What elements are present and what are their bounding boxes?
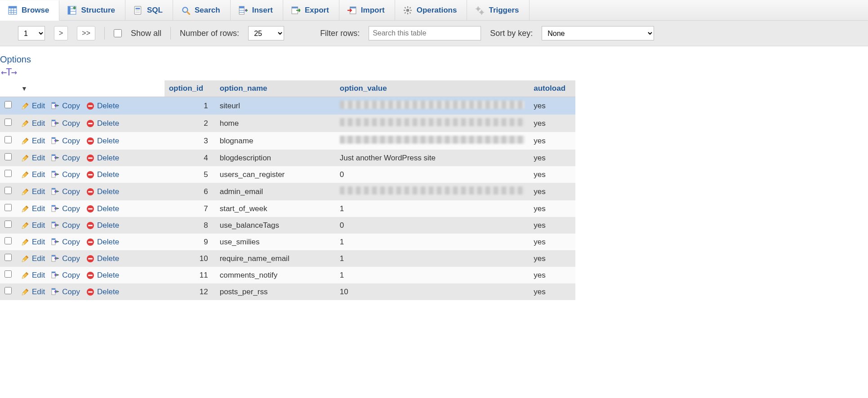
- row-checkbox[interactable]: [4, 237, 12, 244]
- show-all-checkbox[interactable]: [114, 29, 122, 37]
- import-icon: [347, 6, 356, 15]
- cell-autoload: yes: [534, 204, 545, 213]
- row-checkbox[interactable]: [4, 119, 12, 126]
- row-checkbox[interactable]: [4, 170, 12, 177]
- delete-link[interactable]: Delete: [86, 204, 119, 213]
- delete-link[interactable]: Delete: [86, 119, 119, 128]
- edit-link[interactable]: Edit: [21, 238, 45, 247]
- structure-icon: [67, 6, 76, 15]
- delete-link[interactable]: Delete: [86, 287, 119, 296]
- page-next-button[interactable]: >: [54, 26, 68, 40]
- delete-link[interactable]: Delete: [86, 102, 119, 111]
- row-checkbox[interactable]: [4, 204, 12, 211]
- tab-operations[interactable]: Operations: [395, 0, 467, 20]
- delete-link[interactable]: Delete: [86, 254, 119, 263]
- filter-rows-input[interactable]: [369, 26, 481, 40]
- column-option-name[interactable]: option_name: [215, 80, 335, 97]
- tab-import[interactable]: Import: [339, 0, 395, 20]
- copy-link[interactable]: Copy: [51, 119, 80, 128]
- delete-link[interactable]: Delete: [86, 137, 119, 146]
- tab-search[interactable]: Search: [173, 0, 231, 20]
- tab-triggers[interactable]: Triggers: [467, 0, 529, 20]
- tab-export[interactable]: Export: [283, 0, 339, 20]
- cell-option-name: posts_per_rss: [220, 287, 268, 296]
- tab-sql[interactable]: SQL: [125, 0, 173, 20]
- edit-link[interactable]: Edit: [21, 204, 45, 213]
- edit-link[interactable]: Edit: [21, 254, 45, 263]
- widen-columns-icon[interactable]: ←T→: [0, 66, 16, 80]
- delete-link[interactable]: Delete: [86, 170, 119, 179]
- num-rows-select[interactable]: 25: [248, 26, 284, 40]
- delete-link[interactable]: Delete: [86, 221, 119, 230]
- edit-link[interactable]: Edit: [21, 187, 45, 196]
- pencil-icon: [21, 288, 29, 296]
- delete-link[interactable]: Delete: [86, 154, 119, 163]
- edit-link[interactable]: Edit: [21, 102, 45, 111]
- edit-link[interactable]: Edit: [21, 119, 45, 128]
- delete-label: Delete: [97, 137, 119, 146]
- row-checkbox[interactable]: [4, 270, 12, 278]
- sort-caret-icon[interactable]: ▼: [21, 85, 27, 92]
- edit-link[interactable]: Edit: [21, 287, 45, 296]
- top-tabs: BrowseStructureSQLSearchInsertExportImpo…: [0, 0, 868, 21]
- copy-link[interactable]: Copy: [51, 271, 80, 280]
- copy-link[interactable]: Copy: [51, 187, 80, 196]
- tab-structure[interactable]: Structure: [59, 0, 125, 20]
- pencil-icon: [21, 137, 29, 145]
- row-checkbox[interactable]: [4, 153, 12, 160]
- edit-link[interactable]: Edit: [21, 221, 45, 230]
- sort-by-key-select[interactable]: None: [542, 26, 654, 40]
- cell-option-name: admin_email: [220, 187, 263, 196]
- pencil-icon: [21, 119, 29, 128]
- row-checkbox[interactable]: [4, 187, 12, 194]
- edit-link[interactable]: Edit: [21, 170, 45, 179]
- column-autoload[interactable]: autoload: [529, 80, 575, 97]
- cell-option-name: users_can_register: [220, 170, 285, 179]
- tab-insert[interactable]: Insert: [231, 0, 283, 20]
- copy-link[interactable]: Copy: [51, 287, 80, 296]
- copy-link[interactable]: Copy: [51, 204, 80, 213]
- redacted-value: [340, 118, 525, 126]
- copy-label: Copy: [62, 102, 80, 111]
- row-checkbox[interactable]: [4, 136, 12, 143]
- edit-link[interactable]: Edit: [21, 271, 45, 280]
- tab-label: SQL: [147, 6, 163, 15]
- copy-link[interactable]: Copy: [51, 254, 80, 263]
- page-select[interactable]: 1: [18, 26, 45, 40]
- row-checkbox[interactable]: [4, 254, 12, 261]
- copy-link[interactable]: Copy: [51, 102, 80, 111]
- edit-link[interactable]: Edit: [21, 154, 45, 163]
- tab-label: Import: [361, 6, 385, 15]
- edit-label: Edit: [32, 238, 45, 247]
- copy-link[interactable]: Copy: [51, 238, 80, 247]
- row-checkbox[interactable]: [4, 221, 12, 228]
- row-checkbox[interactable]: [4, 101, 12, 108]
- pencil-icon: [21, 102, 29, 110]
- copy-icon: [51, 154, 59, 162]
- edit-label: Edit: [32, 102, 45, 111]
- cell-autoload: yes: [534, 154, 545, 162]
- copy-link[interactable]: Copy: [51, 137, 80, 146]
- tab-label: Export: [305, 6, 329, 15]
- delete-link[interactable]: Delete: [86, 271, 119, 280]
- cell-option-id: 11: [200, 271, 208, 279]
- cell-autoload: yes: [534, 238, 545, 246]
- options-link[interactable]: Options: [0, 46, 868, 66]
- delete-link[interactable]: Delete: [86, 238, 119, 247]
- results-table: ▼ option_id option_name option_value aut…: [0, 80, 575, 300]
- delete-icon: [86, 271, 94, 279]
- column-option-id[interactable]: option_id: [165, 80, 215, 97]
- delete-icon: [86, 288, 94, 296]
- delete-link[interactable]: Delete: [86, 187, 119, 196]
- edit-link[interactable]: Edit: [21, 137, 45, 146]
- row-checkbox[interactable]: [4, 287, 12, 294]
- column-option-value[interactable]: option_value: [335, 80, 529, 97]
- copy-link[interactable]: Copy: [51, 221, 80, 230]
- cell-option-id: 10: [200, 254, 208, 263]
- copy-link[interactable]: Copy: [51, 154, 80, 163]
- tab-browse[interactable]: Browse: [0, 0, 59, 21]
- page-last-button[interactable]: >>: [77, 26, 95, 40]
- copy-link[interactable]: Copy: [51, 170, 80, 179]
- cell-autoload: yes: [534, 221, 545, 230]
- delete-label: Delete: [97, 254, 119, 263]
